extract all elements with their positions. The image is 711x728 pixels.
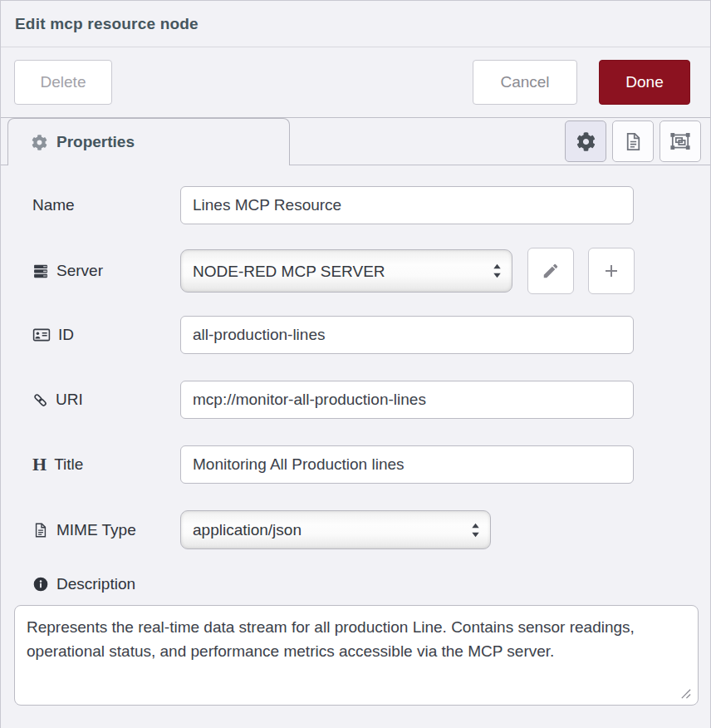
delete-button[interactable]: Delete	[14, 60, 112, 105]
id-row: ID	[14, 316, 697, 354]
tab-button-appearance[interactable]	[660, 121, 701, 162]
mime-select-wrap: application/json	[180, 510, 491, 549]
info-circle-icon	[32, 576, 49, 593]
cancel-button[interactable]: Cancel	[473, 60, 577, 105]
mime-type-row: MIME Type application/json	[14, 510, 697, 549]
file-text-icon	[623, 131, 644, 152]
name-input[interactable]	[180, 186, 634, 224]
pencil-icon	[542, 262, 560, 280]
gear-icon	[32, 135, 47, 150]
tab-properties-label: Properties	[56, 133, 135, 151]
server-select-wrap: NODE-RED MCP SERVER	[180, 249, 512, 293]
description-field-wrap: Represents the real-time data stream for…	[14, 605, 697, 706]
edit-server-button[interactable]	[527, 248, 574, 294]
tab-properties[interactable]: Properties	[7, 118, 290, 165]
mime-type-label: MIME Type	[14, 521, 180, 539]
id-input[interactable]	[180, 316, 634, 354]
title-label: H Title	[14, 455, 180, 474]
resize-grip-icon[interactable]	[679, 687, 692, 700]
id-label: ID	[14, 326, 180, 344]
server-select[interactable]: NODE-RED MCP SERVER	[180, 249, 512, 293]
uri-input[interactable]	[180, 381, 634, 419]
done-button[interactable]: Done	[599, 60, 690, 105]
server-label: Server	[14, 262, 180, 280]
plus-icon	[601, 261, 621, 281]
dialog-title: Edit mcp resource node	[15, 15, 199, 33]
link-icon	[32, 392, 48, 408]
tab-button-properties[interactable]	[565, 121, 606, 162]
tab-bar: Properties	[1, 118, 710, 165]
description-textarea[interactable]: Represents the real-time data stream for…	[14, 605, 699, 706]
name-label: Name	[14, 196, 180, 214]
server-icon	[32, 263, 49, 279]
uri-label: URI	[14, 391, 180, 409]
properties-form: Name Server NODE-RED MCP SERVER	[1, 165, 710, 706]
server-row: Server NODE-RED MCP SERVER	[14, 248, 697, 294]
gear-icon	[576, 132, 596, 151]
dialog-toolbar: Delete Cancel Done	[1, 47, 710, 118]
edit-node-dialog: Edit mcp resource node Delete Cancel Don…	[0, 0, 711, 728]
object-group-icon	[669, 130, 691, 152]
uri-row: URI	[14, 381, 697, 419]
tab-button-description[interactable]	[612, 121, 654, 162]
file-text-icon	[32, 522, 49, 539]
name-row: Name	[14, 186, 697, 224]
add-server-button[interactable]	[588, 248, 635, 294]
dialog-header: Edit mcp resource node	[1, 1, 710, 47]
title-row: H Title	[14, 445, 697, 484]
header-h-icon: H	[32, 455, 47, 474]
title-input[interactable]	[180, 445, 634, 484]
mime-type-select[interactable]: application/json	[180, 510, 491, 549]
id-card-icon	[32, 326, 51, 344]
description-label: Description	[14, 575, 697, 593]
